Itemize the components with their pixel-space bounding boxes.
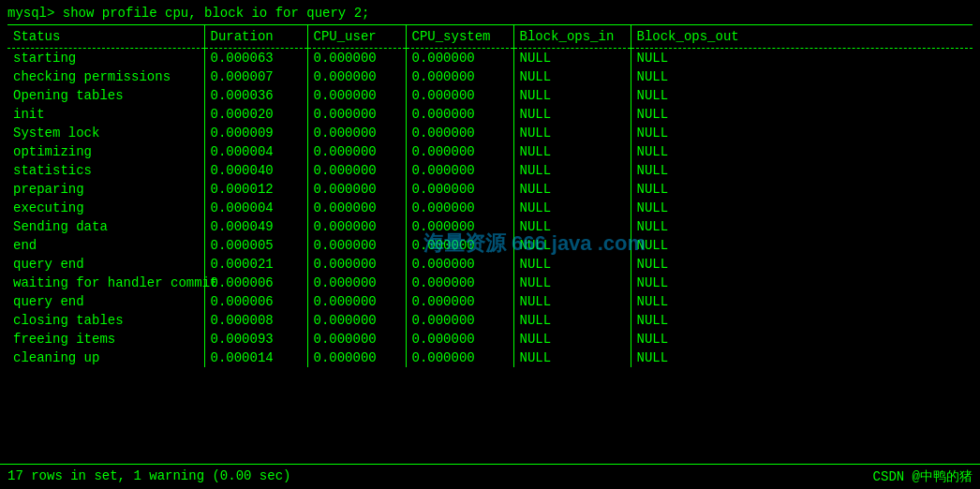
cell-cpu_system: 0.000000 (406, 311, 513, 330)
cell-cpu_user: 0.000000 (307, 161, 406, 180)
cell-block_ops_in: NULL (513, 217, 631, 236)
cell-block_ops_out: NULL (631, 142, 973, 161)
cell-cpu_system: 0.000000 (406, 330, 513, 348)
cell-cpu_system: 0.000000 (406, 49, 513, 68)
cell-cpu_system: 0.000000 (406, 199, 513, 217)
footer: 17 rows in set, 1 warning (0.00 sec) CSD… (0, 464, 980, 489)
col-header-cpu-user: CPU_user (307, 25, 406, 49)
cell-duration: 0.000005 (204, 236, 307, 255)
cell-block_ops_in: NULL (513, 255, 631, 274)
cell-status: Opening tables (7, 86, 204, 105)
cell-cpu_system: 0.000000 (406, 255, 513, 274)
table-row: closing tables0.0000080.0000000.000000NU… (7, 311, 973, 330)
cell-block_ops_in: NULL (513, 49, 631, 68)
cell-status: cleaning up (7, 348, 204, 367)
cell-duration: 0.000006 (204, 274, 307, 292)
cell-status: System lock (7, 124, 204, 142)
cell-cpu_system: 0.000000 (406, 142, 513, 161)
cell-duration: 0.000004 (204, 142, 307, 161)
cell-block_ops_out: NULL (631, 86, 973, 105)
table-row: init0.0000200.0000000.000000NULLNULL (7, 105, 973, 124)
cell-status: executing (7, 199, 204, 217)
col-header-cpu-system: CPU_system (406, 25, 513, 49)
cell-cpu_user: 0.000000 (307, 199, 406, 217)
cell-cpu_user: 0.000000 (307, 49, 406, 68)
cell-duration: 0.000040 (204, 161, 307, 180)
footer-left: 17 rows in set, 1 warning (0.00 sec) (7, 468, 290, 485)
cell-block_ops_in: NULL (513, 330, 631, 348)
cell-status: end (7, 236, 204, 255)
cell-cpu_user: 0.000000 (307, 180, 406, 199)
cell-cpu_user: 0.000000 (307, 236, 406, 255)
cell-cpu_system: 0.000000 (406, 274, 513, 292)
cell-block_ops_out: NULL (631, 161, 973, 180)
cell-status: optimizing (7, 142, 204, 161)
cell-block_ops_in: NULL (513, 292, 631, 311)
cell-block_ops_in: NULL (513, 236, 631, 255)
cell-cpu_system: 0.000000 (406, 180, 513, 199)
cell-status: preparing (7, 180, 204, 199)
cell-duration: 0.000006 (204, 292, 307, 311)
table-row: checking permissions0.0000070.0000000.00… (7, 67, 973, 86)
cell-block_ops_out: NULL (631, 348, 973, 367)
cell-cpu_system: 0.000000 (406, 236, 513, 255)
cell-status: closing tables (7, 311, 204, 330)
cell-block_ops_out: NULL (631, 124, 973, 142)
cell-block_ops_out: NULL (631, 274, 973, 292)
table-row: preparing0.0000120.0000000.000000NULLNUL… (7, 180, 973, 199)
cell-cpu_user: 0.000000 (307, 67, 406, 86)
table-container: 海量资源 666 java .com Status Duration CPU_u… (0, 24, 980, 462)
cell-block_ops_in: NULL (513, 199, 631, 217)
table-header-row: Status Duration CPU_user CPU_system Bloc… (7, 25, 973, 49)
cell-block_ops_out: NULL (631, 217, 973, 236)
cell-status: waiting for handler commit (7, 274, 204, 292)
cell-duration: 0.000004 (204, 199, 307, 217)
cell-duration: 0.000012 (204, 180, 307, 199)
col-header-block-in: Block_ops_in (513, 25, 631, 49)
table-row: executing0.0000040.0000000.000000NULLNUL… (7, 199, 973, 217)
cell-block_ops_out: NULL (631, 311, 973, 330)
cell-block_ops_out: NULL (631, 49, 973, 68)
cell-block_ops_in: NULL (513, 105, 631, 124)
cell-duration: 0.000036 (204, 86, 307, 105)
cell-duration: 0.000009 (204, 124, 307, 142)
terminal-window: mysql> show profile cpu, block io for qu… (0, 0, 980, 489)
cell-duration: 0.000049 (204, 217, 307, 236)
cell-block_ops_out: NULL (631, 330, 973, 348)
cell-block_ops_out: NULL (631, 255, 973, 274)
cell-block_ops_in: NULL (513, 348, 631, 367)
cell-block_ops_out: NULL (631, 105, 973, 124)
cell-cpu_user: 0.000000 (307, 105, 406, 124)
cell-cpu_user: 0.000000 (307, 255, 406, 274)
cell-cpu_user: 0.000000 (307, 311, 406, 330)
cell-cpu_user: 0.000000 (307, 142, 406, 161)
cell-status: starting (7, 49, 204, 68)
cell-cpu_system: 0.000000 (406, 348, 513, 367)
cell-block_ops_in: NULL (513, 161, 631, 180)
cell-block_ops_out: NULL (631, 180, 973, 199)
table-row: optimizing0.0000040.0000000.000000NULLNU… (7, 142, 973, 161)
cell-block_ops_in: NULL (513, 274, 631, 292)
cell-cpu_user: 0.000000 (307, 292, 406, 311)
cell-status: freeing items (7, 330, 204, 348)
cell-status: query end (7, 255, 204, 274)
cell-duration: 0.000021 (204, 255, 307, 274)
table-row: System lock0.0000090.0000000.000000NULLN… (7, 124, 973, 142)
cell-block_ops_in: NULL (513, 67, 631, 86)
cell-cpu_system: 0.000000 (406, 86, 513, 105)
cell-cpu_user: 0.000000 (307, 274, 406, 292)
cell-cpu_system: 0.000000 (406, 124, 513, 142)
cell-status: checking permissions (7, 67, 204, 86)
cell-cpu_user: 0.000000 (307, 217, 406, 236)
cell-cpu_user: 0.000000 (307, 124, 406, 142)
cell-block_ops_out: NULL (631, 199, 973, 217)
cell-cpu_system: 0.000000 (406, 217, 513, 236)
col-header-block-out: Block_ops_out (631, 25, 973, 49)
col-header-duration: Duration (204, 25, 307, 49)
table-row: cleaning up0.0000140.0000000.000000NULLN… (7, 348, 973, 367)
cell-duration: 0.000014 (204, 348, 307, 367)
cell-cpu_user: 0.000000 (307, 330, 406, 348)
cell-cpu_system: 0.000000 (406, 67, 513, 86)
table-row: Opening tables0.0000360.0000000.000000NU… (7, 86, 973, 105)
cell-duration: 0.000008 (204, 311, 307, 330)
